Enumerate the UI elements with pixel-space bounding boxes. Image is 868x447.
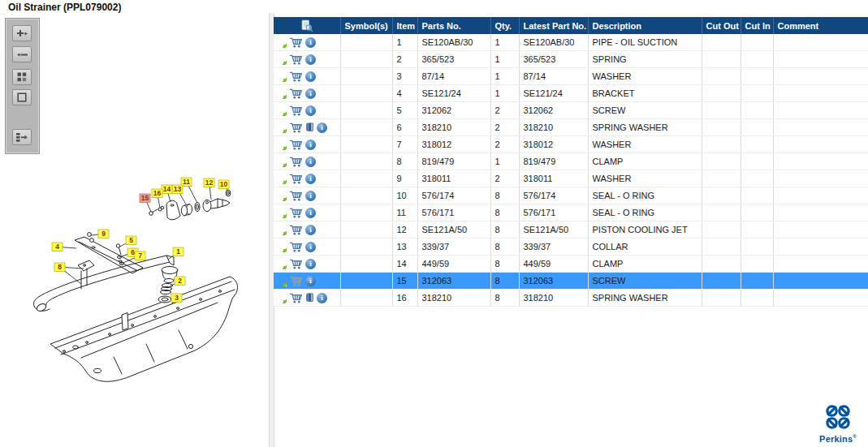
gear-icon[interactable] <box>276 174 287 184</box>
cell-qty: 2 <box>490 136 519 153</box>
info-icon[interactable]: i <box>305 71 316 82</box>
info-icon[interactable]: i <box>305 157 316 167</box>
cart-icon[interactable] <box>289 173 303 185</box>
gear-icon[interactable] <box>276 208 287 218</box>
info-icon[interactable]: i <box>317 122 327 133</box>
table-row[interactable]: i 11 576/171 8 576/171 SEAL - O RING <box>274 204 868 221</box>
cell-cut-in <box>741 85 773 102</box>
gear-icon[interactable] <box>276 54 287 65</box>
book-icon[interactable] <box>305 122 314 133</box>
table-row[interactable]: i 12 SE121A/50 8 SE121A/50 PISTON COOLIN… <box>274 221 868 239</box>
diagram-label-number[interactable]: 3 <box>175 294 179 302</box>
cart-icon[interactable] <box>289 71 303 83</box>
cart-icon[interactable] <box>289 258 303 270</box>
info-icon[interactable]: i <box>305 191 316 201</box>
cart-icon[interactable] <box>289 190 303 202</box>
diagram-label-number[interactable]: 12 <box>205 178 214 187</box>
cell-latest-part-no: 318012 <box>519 136 588 153</box>
cell-cut-in <box>741 119 773 136</box>
info-icon[interactable]: i <box>305 208 316 218</box>
diagram-label-number[interactable]: 5 <box>129 236 133 244</box>
diagram-label-number[interactable]: 2 <box>178 277 182 285</box>
diagram-label-number[interactable]: 10 <box>220 180 228 188</box>
cell-cut-in <box>741 239 773 256</box>
diagram-label-number[interactable]: 14 <box>163 185 171 193</box>
gear-icon[interactable] <box>276 122 287 133</box>
gear-icon[interactable] <box>276 88 287 99</box>
gear-icon[interactable] <box>276 37 287 48</box>
row-actions-cell: i <box>274 256 340 273</box>
table-row[interactable]: i 10 576/174 8 576/174 SEAL - O RING <box>274 187 868 204</box>
diagram-label-number[interactable]: 6 <box>131 248 135 256</box>
diagram-label-number[interactable]: 11 <box>183 178 190 186</box>
info-icon[interactable]: i <box>305 140 316 150</box>
gear-icon[interactable] <box>276 140 287 150</box>
table-row[interactable]: i 4 SE121/24 1 SE121/24 BRACKET <box>274 85 868 102</box>
table-row[interactable]: i 6 318210 2 318210 SPRING WASHER <box>274 119 868 136</box>
table-row[interactable]: i 15 312063 8 312063 SCREW <box>274 273 868 290</box>
diagram-label-number[interactable]: 1 <box>176 247 180 256</box>
cart-icon[interactable] <box>289 224 303 236</box>
cell-cut-in <box>741 290 773 307</box>
gear-icon[interactable] <box>276 259 287 269</box>
diagram-label-number[interactable]: 7 <box>138 251 142 260</box>
diagram-label-number[interactable]: 8 <box>58 263 62 271</box>
info-icon[interactable]: i <box>305 105 316 116</box>
cart-icon[interactable] <box>289 292 303 304</box>
cart-icon[interactable] <box>289 105 303 117</box>
cell-cut-out <box>702 51 741 68</box>
info-icon[interactable]: i <box>305 174 316 184</box>
cart-icon[interactable] <box>289 241 303 253</box>
gear-icon[interactable] <box>276 242 287 252</box>
diagram-label-number[interactable]: 15 <box>141 194 149 202</box>
exploded-parts-diagram: 12345678910111213141516 <box>0 11 269 447</box>
gear-icon[interactable] <box>276 71 287 82</box>
table-row[interactable]: i 5 312062 2 312062 SCREW <box>274 102 868 119</box>
info-icon[interactable]: i <box>305 54 316 65</box>
table-row[interactable]: i 3 87/14 1 87/14 WASHER <box>274 68 868 85</box>
diagram-label-number[interactable]: 16 <box>153 189 162 197</box>
cart-icon[interactable] <box>289 156 303 168</box>
cell-symbols <box>340 290 392 307</box>
diagram-label-number[interactable]: 13 <box>174 185 182 193</box>
info-icon[interactable]: i <box>305 259 316 269</box>
cart-icon[interactable] <box>289 37 303 49</box>
gear-icon[interactable] <box>276 225 287 235</box>
cart-icon[interactable] <box>289 275 303 287</box>
cart-icon[interactable] <box>289 122 303 134</box>
cell-latest-part-no: 339/37 <box>519 239 588 256</box>
table-row[interactable]: i 14 449/59 8 449/59 CLAMP <box>274 256 868 273</box>
cell-cut-out <box>702 204 741 221</box>
cart-icon[interactable] <box>289 54 303 66</box>
info-icon[interactable]: i <box>305 276 316 286</box>
table-row[interactable]: i 16 318210 8 318210 SPRING WASHER <box>274 290 868 307</box>
gear-icon[interactable] <box>276 276 287 286</box>
table-row[interactable]: i 13 339/37 8 339/37 COLLAR <box>274 239 868 256</box>
cart-icon[interactable] <box>289 139 303 151</box>
cell-parts-no: 576/171 <box>417 204 490 221</box>
gear-icon[interactable] <box>276 105 287 116</box>
cart-icon[interactable] <box>289 88 303 100</box>
table-row[interactable]: i 2 365/523 1 365/523 SPRING <box>274 51 868 68</box>
book-icon[interactable] <box>305 292 314 303</box>
diagram-label-number[interactable]: 9 <box>101 230 106 238</box>
gear-icon[interactable] <box>276 293 287 303</box>
gear-icon[interactable] <box>276 191 287 201</box>
table-row[interactable]: i 7 318012 2 318012 WASHER <box>274 136 868 153</box>
cart-icon[interactable] <box>289 207 303 219</box>
info-icon[interactable]: i <box>305 88 316 99</box>
info-icon[interactable]: i <box>305 37 316 48</box>
cell-description: SEAL - O RING <box>588 204 702 221</box>
info-icon[interactable]: i <box>305 242 316 252</box>
table-row[interactable]: i 8 819/479 1 819/479 CLAMP <box>274 153 868 170</box>
perkins-logo-text: Perkins® <box>813 434 863 444</box>
gear-icon[interactable] <box>276 157 287 167</box>
cell-qty: 8 <box>490 256 519 273</box>
info-icon[interactable]: i <box>305 225 316 235</box>
cell-latest-part-no: SE121A/50 <box>519 221 588 239</box>
table-row[interactable]: i 9 318011 2 318011 WASHER <box>274 170 868 187</box>
row-actions-cell: i <box>274 221 340 239</box>
diagram-label-number[interactable]: 4 <box>55 243 59 251</box>
info-icon[interactable]: i <box>317 293 327 303</box>
table-row[interactable]: i 1 SE120AB/30 1 SE120AB/30 PIPE - OIL S… <box>274 34 868 51</box>
